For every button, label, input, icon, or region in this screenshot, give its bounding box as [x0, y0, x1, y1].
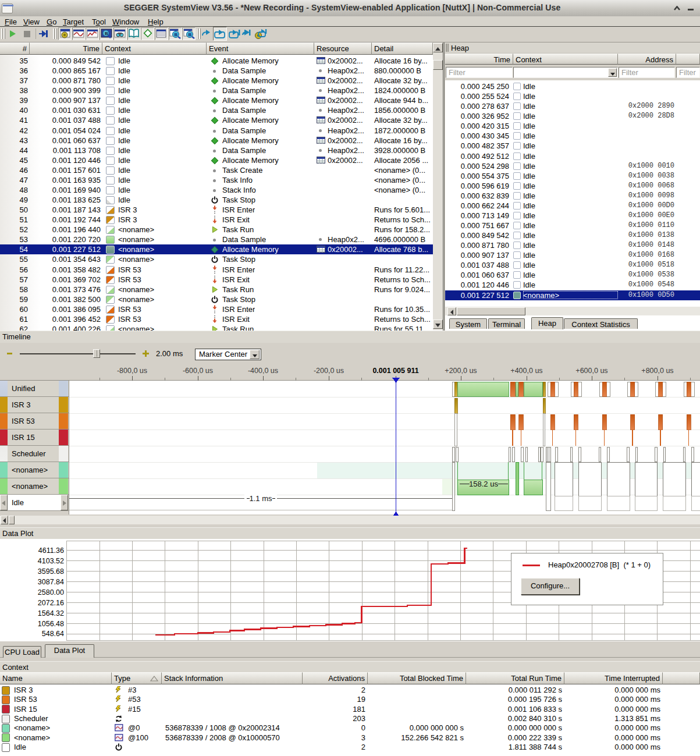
svg-text:B: B: [188, 32, 191, 37]
svg-text:158.2 us: 158.2 us: [469, 480, 498, 488]
svg-text:B: B: [105, 31, 108, 36]
svg-text:B: B: [175, 32, 178, 37]
svg-text:1.1 ms: 1.1 ms: [249, 494, 272, 503]
